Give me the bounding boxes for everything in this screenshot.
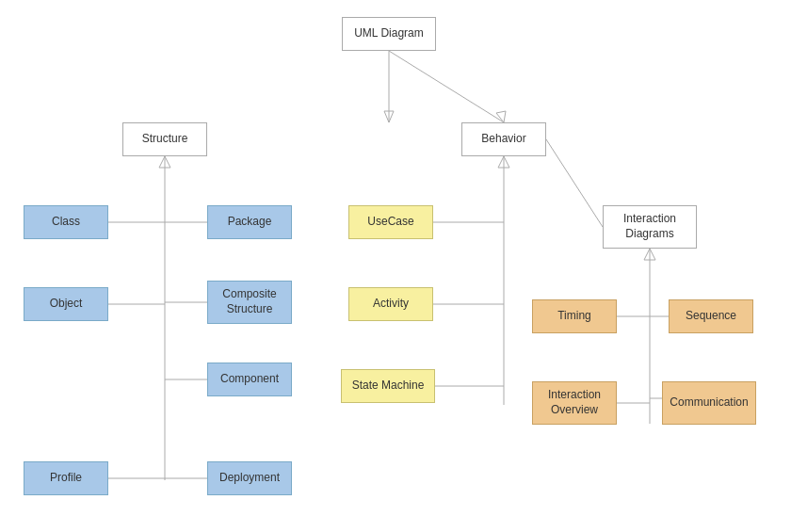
behavior-node: Behavior [461,122,546,156]
deployment-node: Deployment [207,461,292,495]
svg-marker-3 [496,111,506,122]
profile-node: Profile [24,461,108,495]
communication-node: Communication [662,381,756,425]
svg-marker-21 [644,249,655,260]
svg-line-19 [546,139,603,227]
structure-node: Structure [122,122,207,156]
svg-marker-14 [498,156,509,168]
interaction-overview-node: InteractionOverview [532,381,617,425]
activity-node: Activity [348,287,433,321]
statemachine-node: State Machine [341,369,435,403]
class-node: Class [24,205,108,239]
component-node: Component [207,363,292,396]
composite-node: CompositeStructure [207,281,292,324]
package-node: Package [207,205,292,239]
timing-node: Timing [532,299,617,333]
interaction-diagrams-node: InteractionDiagrams [603,205,697,249]
svg-marker-5 [159,156,170,168]
svg-marker-1 [384,111,394,122]
svg-line-2 [389,51,504,122]
sequence-node: Sequence [669,299,753,333]
uml-diagram-node: UML Diagram [342,17,436,51]
diagram-lines [0,0,791,532]
usecase-node: UseCase [348,205,433,239]
uml-diagram: UML Diagram Structure Behavior Class Pac… [0,0,791,532]
object-node: Object [24,287,108,321]
